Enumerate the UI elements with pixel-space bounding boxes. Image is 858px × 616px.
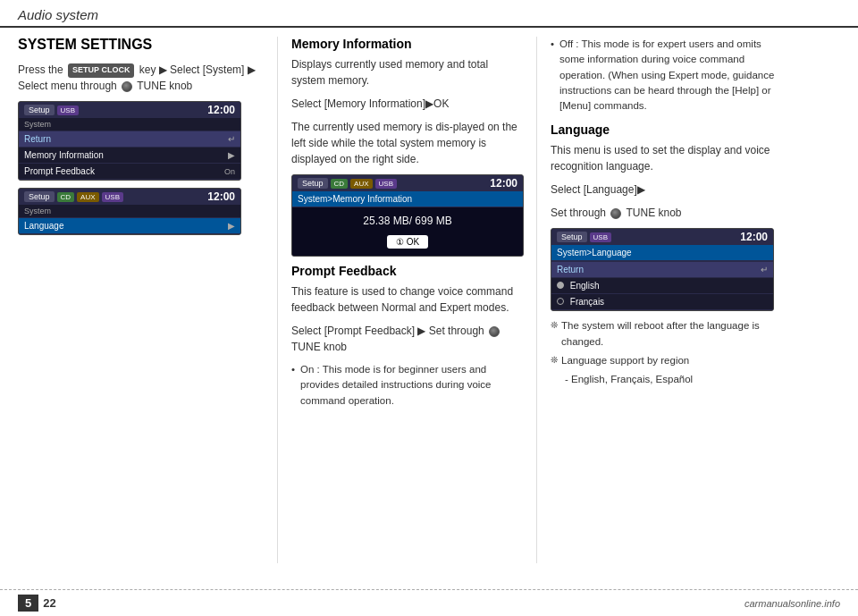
tune-knob-label-right: TUNE knob xyxy=(627,207,682,219)
screen-time-2: 12:00 xyxy=(207,190,235,203)
memory-screen-body: 25.38 MB/ 699 MB ① OK xyxy=(292,207,523,256)
screen-tab-usb-2: USB xyxy=(102,192,123,202)
subsection-title-memory: Memory Information xyxy=(291,37,523,51)
note-languages: - English, Français, Español xyxy=(551,372,786,387)
page-header: Audio system xyxy=(0,0,858,28)
subsection-title-prompt: Prompt Feedback xyxy=(291,264,523,278)
language-screen-subtitle: System>Language xyxy=(551,245,773,261)
screen-mockup-2: Setup CD AUX USB 12:00 System Language ▶ xyxy=(18,188,241,235)
footer-logo: carmanualsonline.info xyxy=(744,598,840,609)
screen-row-on-prompt: On xyxy=(224,167,235,176)
subsection-title-language: Language xyxy=(551,122,786,137)
memory-body-2: The currently used memory is dis-played … xyxy=(291,119,523,167)
memory-screen-header-left: Setup CD AUX USB xyxy=(298,178,397,189)
language-body: This menu is used to set the display and… xyxy=(551,142,786,174)
tune-knob-icon xyxy=(122,81,132,92)
screen-row-return-1: Return ↵ xyxy=(19,131,240,148)
prompt-instruction: Select [Prompt Feedback] ▶ Set through T… xyxy=(291,323,523,355)
right-column: Off : This mode is for expert users and … xyxy=(536,37,786,563)
screen-tab-usb-1: USB xyxy=(57,105,79,115)
prompt-body-1: This feature is used to change voice com… xyxy=(291,283,523,316)
language-screen-tab-usb: USB xyxy=(590,232,611,242)
memory-screen-time: 12:00 xyxy=(490,177,517,190)
language-screen-french-label: Français xyxy=(557,297,604,307)
memory-screen-tab-usb: USB xyxy=(375,179,397,189)
memory-screen-subtitle-text: System>Memory Information xyxy=(298,194,412,204)
footer-page-numbers: 5 22 xyxy=(18,595,61,612)
screen-time-1: 12:00 xyxy=(207,104,235,116)
screen-subtitle-2: System xyxy=(19,205,240,217)
off-bullet: Off : This mode is for expert users and … xyxy=(551,37,786,114)
footer: 5 22 carmanualsonline.info xyxy=(0,589,858,616)
screen-tab-setup-2: Setup xyxy=(24,191,55,202)
language-screen: Setup USB 12:00 System>Language Return ↵… xyxy=(551,228,774,311)
language-instruction-2-text: Set through xyxy=(551,207,606,219)
middle-column: Memory Information Displays currently us… xyxy=(277,37,536,563)
ok-button: ① OK xyxy=(387,235,428,249)
return-icon-1: ↵ xyxy=(228,134,235,144)
memory-screen-header: Setup CD AUX USB 12:00 xyxy=(292,175,523,191)
main-content: SYSTEM SETTINGS Press the SETUP CLOCK ke… xyxy=(0,28,858,572)
setup-key-label: SETUP CLOCK xyxy=(68,63,134,78)
screen-row-label-prompt: Prompt Feedback xyxy=(24,166,95,176)
screen-header-2: Setup CD AUX USB 12:00 xyxy=(19,189,240,205)
radio-english-icon xyxy=(557,282,564,289)
screen-mockup-1: Setup USB 12:00 System Return ↵ Memory I… xyxy=(18,101,241,181)
memory-size-display: 25.38 MB/ 699 MB xyxy=(299,215,516,227)
memory-body-1: Displays currently used memory and total… xyxy=(291,56,523,89)
memory-screen-tab-aux: AUX xyxy=(350,179,372,189)
language-screen-return-icon: ↵ xyxy=(761,265,768,274)
memory-screen: Setup CD AUX USB 12:00 System>Memory Inf… xyxy=(291,174,524,257)
footer-section-num: 5 xyxy=(18,595,38,612)
screen-row-arrow-memory: ▶ xyxy=(228,150,235,160)
screen-subtitle-1: System xyxy=(19,118,240,131)
screen-row-label-language: Language xyxy=(24,221,64,231)
language-screen-time: 12:00 xyxy=(740,231,768,243)
memory-screen-tab-cd: CD xyxy=(331,179,349,189)
section-title-system-settings: SYSTEM SETTINGS xyxy=(18,37,264,53)
language-screen-row-english: English xyxy=(551,278,773,294)
screen-row-prompt: Prompt Feedback On xyxy=(19,164,240,180)
language-screen-row-french: Français xyxy=(551,294,773,310)
language-instruction-2: Set through TUNE knob xyxy=(551,205,786,221)
screen-header-1: Setup USB 12:00 xyxy=(19,102,240,118)
tune-knob-label: TUNE knob xyxy=(137,80,192,92)
note-reboot: The system will reboot after the languag… xyxy=(551,318,786,350)
prompt-instruction-text: Select [Prompt Feedback] ▶ Set through xyxy=(291,325,484,337)
language-screen-return-label: Return xyxy=(557,265,584,274)
screen-header-left-1: Setup USB xyxy=(24,105,79,115)
footer-page-num: 22 xyxy=(38,595,60,612)
screen-row-language: Language ▶ xyxy=(19,218,240,234)
note-language-support: Language support by region xyxy=(551,353,786,368)
intro-text: Press the SETUP CLOCK key ▶ Select [Syst… xyxy=(18,62,264,94)
language-screen-tab-setup: Setup xyxy=(557,232,587,242)
screen-row-label-memory: Memory Information xyxy=(24,150,104,160)
screen-header-left-2: Setup CD AUX USB xyxy=(24,191,123,202)
screen-row-label-return-1: Return xyxy=(24,134,51,144)
language-screen-header: Setup USB 12:00 xyxy=(551,229,773,245)
screen-row-arrow-language: ▶ xyxy=(228,221,235,231)
language-instruction-1: Select [Language]▶ xyxy=(551,181,786,198)
tune-knob-icon-right xyxy=(610,208,621,219)
language-screen-row-return: Return ↵ xyxy=(551,262,773,278)
left-column: SYSTEM SETTINGS Press the SETUP CLOCK ke… xyxy=(18,37,277,563)
screen-tab-aux-2: AUX xyxy=(77,192,98,202)
radio-french-icon xyxy=(557,298,564,305)
intro-text-1: Press the xyxy=(18,63,63,76)
screen-tab-setup-1: Setup xyxy=(24,105,55,115)
screen-row-memory: Memory Information ▶ xyxy=(19,148,240,164)
memory-screen-tab-setup: Setup xyxy=(298,178,328,189)
language-screen-english-label: English xyxy=(557,281,600,291)
on-bullet: On : This mode is for beginner users and… xyxy=(291,362,523,409)
tune-knob-label-middle: TUNE knob xyxy=(291,341,347,353)
page-title: Audio system xyxy=(18,7,98,22)
tune-knob-icon-middle xyxy=(489,326,500,337)
language-screen-subtitle-text: System>Language xyxy=(557,248,632,257)
memory-screen-subtitle: System>Memory Information xyxy=(292,191,523,207)
memory-instruction-1: Select [Memory Information]▶OK xyxy=(291,96,523,112)
language-screen-header-left: Setup USB xyxy=(557,232,611,242)
screen-tab-cd-2: CD xyxy=(57,192,75,202)
